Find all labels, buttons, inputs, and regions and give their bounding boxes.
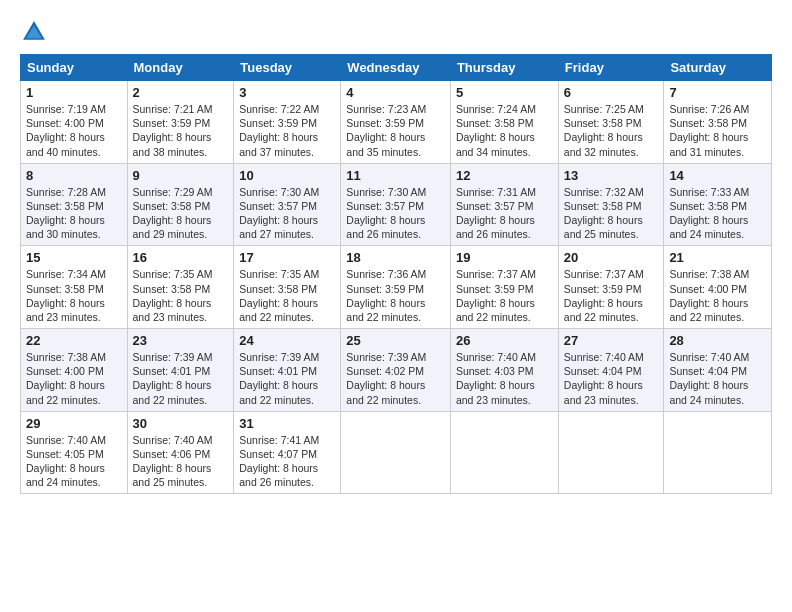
header [20,18,772,46]
day-info: Sunrise: 7:41 AM Sunset: 4:07 PM Dayligh… [239,433,335,490]
calendar-cell: 5 Sunrise: 7:24 AM Sunset: 3:58 PM Dayli… [450,81,558,164]
calendar-cell [450,411,558,494]
day-number: 7 [669,85,766,100]
calendar-cell: 18 Sunrise: 7:36 AM Sunset: 3:59 PM Dayl… [341,246,451,329]
day-info: Sunrise: 7:28 AM Sunset: 3:58 PM Dayligh… [26,185,122,242]
day-number: 14 [669,168,766,183]
logo [20,18,52,46]
day-number: 5 [456,85,553,100]
calendar-cell: 15 Sunrise: 7:34 AM Sunset: 3:58 PM Dayl… [21,246,128,329]
calendar-cell: 25 Sunrise: 7:39 AM Sunset: 4:02 PM Dayl… [341,329,451,412]
day-number: 12 [456,168,553,183]
calendar-cell: 12 Sunrise: 7:31 AM Sunset: 3:57 PM Dayl… [450,163,558,246]
day-number: 8 [26,168,122,183]
day-number: 6 [564,85,659,100]
day-number: 15 [26,250,122,265]
col-header-sunday: Sunday [21,55,128,81]
day-info: Sunrise: 7:37 AM Sunset: 3:59 PM Dayligh… [564,267,659,324]
calendar-cell: 16 Sunrise: 7:35 AM Sunset: 3:58 PM Dayl… [127,246,234,329]
week-row-5: 29 Sunrise: 7:40 AM Sunset: 4:05 PM Dayl… [21,411,772,494]
calendar-cell: 22 Sunrise: 7:38 AM Sunset: 4:00 PM Dayl… [21,329,128,412]
day-info: Sunrise: 7:35 AM Sunset: 3:58 PM Dayligh… [239,267,335,324]
calendar-cell: 1 Sunrise: 7:19 AM Sunset: 4:00 PM Dayli… [21,81,128,164]
calendar-body: 1 Sunrise: 7:19 AM Sunset: 4:00 PM Dayli… [21,81,772,494]
calendar-cell: 24 Sunrise: 7:39 AM Sunset: 4:01 PM Dayl… [234,329,341,412]
day-number: 13 [564,168,659,183]
col-header-wednesday: Wednesday [341,55,451,81]
day-number: 17 [239,250,335,265]
calendar-cell: 10 Sunrise: 7:30 AM Sunset: 3:57 PM Dayl… [234,163,341,246]
col-header-thursday: Thursday [450,55,558,81]
day-number: 25 [346,333,445,348]
day-number: 9 [133,168,229,183]
calendar-cell: 27 Sunrise: 7:40 AM Sunset: 4:04 PM Dayl… [558,329,664,412]
calendar-cell: 20 Sunrise: 7:37 AM Sunset: 3:59 PM Dayl… [558,246,664,329]
day-number: 4 [346,85,445,100]
day-number: 26 [456,333,553,348]
calendar-cell: 19 Sunrise: 7:37 AM Sunset: 3:59 PM Dayl… [450,246,558,329]
day-info: Sunrise: 7:39 AM Sunset: 4:01 PM Dayligh… [239,350,335,407]
calendar-cell: 30 Sunrise: 7:40 AM Sunset: 4:06 PM Dayl… [127,411,234,494]
calendar-cell: 11 Sunrise: 7:30 AM Sunset: 3:57 PM Dayl… [341,163,451,246]
calendar-cell: 17 Sunrise: 7:35 AM Sunset: 3:58 PM Dayl… [234,246,341,329]
calendar-table: SundayMondayTuesdayWednesdayThursdayFrid… [20,54,772,494]
day-number: 21 [669,250,766,265]
col-header-tuesday: Tuesday [234,55,341,81]
day-info: Sunrise: 7:38 AM Sunset: 4:00 PM Dayligh… [669,267,766,324]
day-info: Sunrise: 7:33 AM Sunset: 3:58 PM Dayligh… [669,185,766,242]
calendar-cell: 26 Sunrise: 7:40 AM Sunset: 4:03 PM Dayl… [450,329,558,412]
day-info: Sunrise: 7:26 AM Sunset: 3:58 PM Dayligh… [669,102,766,159]
calendar-cell: 6 Sunrise: 7:25 AM Sunset: 3:58 PM Dayli… [558,81,664,164]
week-row-3: 15 Sunrise: 7:34 AM Sunset: 3:58 PM Dayl… [21,246,772,329]
col-header-saturday: Saturday [664,55,772,81]
col-header-friday: Friday [558,55,664,81]
day-number: 16 [133,250,229,265]
day-number: 20 [564,250,659,265]
day-number: 24 [239,333,335,348]
week-row-2: 8 Sunrise: 7:28 AM Sunset: 3:58 PM Dayli… [21,163,772,246]
day-info: Sunrise: 7:32 AM Sunset: 3:58 PM Dayligh… [564,185,659,242]
day-info: Sunrise: 7:35 AM Sunset: 3:58 PM Dayligh… [133,267,229,324]
col-header-monday: Monday [127,55,234,81]
day-info: Sunrise: 7:38 AM Sunset: 4:00 PM Dayligh… [26,350,122,407]
day-number: 30 [133,416,229,431]
day-number: 22 [26,333,122,348]
logo-icon [20,18,48,46]
day-number: 1 [26,85,122,100]
day-info: Sunrise: 7:30 AM Sunset: 3:57 PM Dayligh… [346,185,445,242]
day-info: Sunrise: 7:40 AM Sunset: 4:03 PM Dayligh… [456,350,553,407]
calendar-cell: 14 Sunrise: 7:33 AM Sunset: 3:58 PM Dayl… [664,163,772,246]
day-info: Sunrise: 7:34 AM Sunset: 3:58 PM Dayligh… [26,267,122,324]
day-number: 11 [346,168,445,183]
day-number: 29 [26,416,122,431]
day-number: 19 [456,250,553,265]
day-info: Sunrise: 7:24 AM Sunset: 3:58 PM Dayligh… [456,102,553,159]
calendar-cell: 28 Sunrise: 7:40 AM Sunset: 4:04 PM Dayl… [664,329,772,412]
calendar-cell: 3 Sunrise: 7:22 AM Sunset: 3:59 PM Dayli… [234,81,341,164]
day-info: Sunrise: 7:36 AM Sunset: 3:59 PM Dayligh… [346,267,445,324]
day-info: Sunrise: 7:40 AM Sunset: 4:04 PM Dayligh… [564,350,659,407]
calendar-cell: 23 Sunrise: 7:39 AM Sunset: 4:01 PM Dayl… [127,329,234,412]
day-number: 27 [564,333,659,348]
day-info: Sunrise: 7:21 AM Sunset: 3:59 PM Dayligh… [133,102,229,159]
calendar-cell: 8 Sunrise: 7:28 AM Sunset: 3:58 PM Dayli… [21,163,128,246]
day-info: Sunrise: 7:40 AM Sunset: 4:05 PM Dayligh… [26,433,122,490]
day-number: 2 [133,85,229,100]
header-row: SundayMondayTuesdayWednesdayThursdayFrid… [21,55,772,81]
calendar-cell: 29 Sunrise: 7:40 AM Sunset: 4:05 PM Dayl… [21,411,128,494]
day-info: Sunrise: 7:19 AM Sunset: 4:00 PM Dayligh… [26,102,122,159]
day-number: 23 [133,333,229,348]
day-info: Sunrise: 7:40 AM Sunset: 4:06 PM Dayligh… [133,433,229,490]
day-info: Sunrise: 7:25 AM Sunset: 3:58 PM Dayligh… [564,102,659,159]
week-row-4: 22 Sunrise: 7:38 AM Sunset: 4:00 PM Dayl… [21,329,772,412]
day-number: 18 [346,250,445,265]
calendar-cell: 7 Sunrise: 7:26 AM Sunset: 3:58 PM Dayli… [664,81,772,164]
day-info: Sunrise: 7:31 AM Sunset: 3:57 PM Dayligh… [456,185,553,242]
calendar-cell: 4 Sunrise: 7:23 AM Sunset: 3:59 PM Dayli… [341,81,451,164]
day-info: Sunrise: 7:39 AM Sunset: 4:01 PM Dayligh… [133,350,229,407]
day-info: Sunrise: 7:37 AM Sunset: 3:59 PM Dayligh… [456,267,553,324]
calendar-cell: 2 Sunrise: 7:21 AM Sunset: 3:59 PM Dayli… [127,81,234,164]
day-info: Sunrise: 7:22 AM Sunset: 3:59 PM Dayligh… [239,102,335,159]
calendar-cell [664,411,772,494]
week-row-1: 1 Sunrise: 7:19 AM Sunset: 4:00 PM Dayli… [21,81,772,164]
